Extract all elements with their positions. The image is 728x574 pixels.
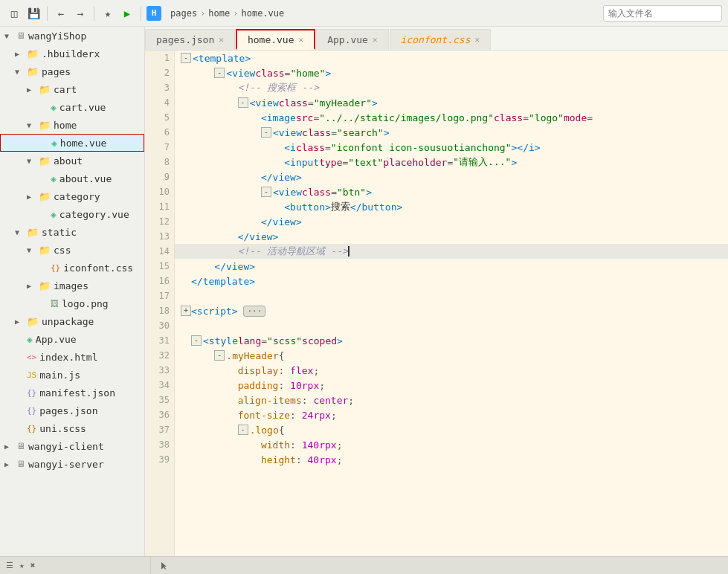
sidebar-item-manifest-json[interactable]: ▶ {} manifest.json (0, 384, 144, 402)
vue-file-icon: ◈ (51, 173, 57, 184)
sidebar-item-main-js[interactable]: ▶ JS main.js (0, 366, 144, 384)
html-file-icon: <> (27, 352, 36, 362)
sidebar-item-label: App.vue (36, 334, 77, 345)
sidebar-item-index-html[interactable]: ▶ <> index.html (0, 348, 144, 366)
sidebar-item-about[interactable]: ▼ 📁 about (0, 152, 144, 170)
line-num-11: 11 (145, 199, 174, 214)
code-line-33: display: flex; (175, 363, 728, 378)
sidebar-item-images[interactable]: ▶ 📁 images (0, 277, 144, 294)
sidebar-item-wangyi-server[interactable]: ▶ 🖥 wangyi-server (0, 455, 144, 473)
sidebar-item-css[interactable]: ▼ 📁 css (0, 241, 144, 259)
toolbar-icon-run[interactable]: ▶ (119, 5, 135, 22)
sidebar-item-label: manifest.json (39, 387, 115, 399)
status-icon-3[interactable]: ✖ (30, 561, 36, 570)
sidebar-item-about-vue[interactable]: ▶ ◈ about.vue (0, 170, 144, 187)
line-num-6: 6 (145, 125, 174, 140)
sidebar-item-unpackage[interactable]: ▶ 📁 unpackage (0, 312, 144, 330)
code-line-13: </view> (175, 229, 728, 244)
sidebar-item-wangYiShop[interactable]: ▼ 🖥 wangYiShop (0, 27, 144, 45)
vue-file-icon: ◈ (51, 209, 57, 220)
sidebar-item-hbuilderx[interactable]: ▶ 📁 .hbuilderx (0, 45, 144, 62)
toolbar-icon-star[interactable]: ★ (100, 5, 116, 22)
sidebar-item-logo-png[interactable]: ▶ 🖼 logo.png (0, 294, 144, 312)
line-num-1: 1 (145, 51, 174, 65)
tab-pages-json[interactable]: pages.json ✕ (145, 29, 235, 50)
fold-button[interactable]: - (261, 187, 271, 197)
chevron-down-icon: ▼ (27, 157, 36, 165)
unfold-button[interactable]: + (181, 306, 191, 316)
status-icon-2[interactable]: ★ (19, 561, 25, 570)
sidebar-item-pages-json[interactable]: ▶ {} pages.json (0, 402, 144, 419)
fold-button[interactable]: - (238, 425, 248, 435)
sidebar-item-label: home (54, 120, 77, 131)
tab-close-icon[interactable]: ✕ (219, 35, 224, 45)
sidebar-item-category[interactable]: ▶ 📁 category (0, 187, 144, 205)
folder-icon: 📁 (39, 280, 51, 291)
fold-button[interactable]: - (214, 350, 225, 361)
sidebar-item-cart-vue[interactable]: ▶ ◈ cart.vue (0, 98, 144, 116)
fold-button[interactable]: - (214, 68, 225, 78)
chevron-right-icon: ▶ (15, 317, 24, 326)
line-num-39: 39 (145, 452, 174, 467)
sidebar-item-cart[interactable]: ▶ 📁 cart (0, 80, 144, 98)
code-content[interactable]: -<template> -<view class="home"> <!-- 搜索… (175, 51, 728, 556)
cursor-icon (160, 561, 169, 570)
sidebar-item-home[interactable]: ▼ 📁 home (0, 116, 144, 134)
tab-app-vue[interactable]: App.vue ✕ (316, 29, 388, 50)
tab-home-vue[interactable]: home.vue ✕ (236, 29, 315, 50)
toolbar-icon-forward[interactable]: → (72, 5, 88, 22)
code-line-3: <!-- 搜索框 --> (175, 80, 728, 95)
toolbar-icon-back[interactable]: ← (53, 5, 69, 22)
line-num-36: 36 (145, 407, 174, 422)
chevron-right-icon: ▶ (27, 86, 36, 94)
fold-button[interactable]: - (191, 335, 202, 346)
sidebar-item-iconfont-css[interactable]: ▶ {} iconfont.css (0, 259, 144, 277)
tab-label: home.vue (248, 34, 294, 45)
code-line-37: -.logo{ (175, 422, 728, 437)
chevron-down-icon: ▼ (27, 121, 36, 129)
tab-close-icon[interactable]: ✕ (299, 35, 304, 45)
sidebar-item-category-vue[interactable]: ▶ ◈ category.vue (0, 205, 144, 223)
tab-close-icon[interactable]: ✕ (475, 35, 480, 45)
toolbar-icon-hbuilder[interactable]: H (146, 6, 161, 21)
line-num-2: 2 (145, 65, 174, 80)
sidebar-item-static[interactable]: ▼ 📁 static (0, 223, 144, 241)
status-icon-1[interactable]: ☰ (6, 561, 13, 570)
code-line-16: </template> (175, 274, 728, 288)
sidebar-item-pages[interactable]: ▼ 📁 pages (0, 62, 144, 80)
line-numbers: 1 2 3 4 5 6 7 8 9 10 11 12 13 14 15 16 1 (145, 51, 175, 556)
line-num-9: 9 (145, 170, 174, 184)
line-num-16: 16 (145, 274, 174, 288)
sidebar-item-label: uni.scss (39, 423, 86, 434)
sidebar-item-uni-scss[interactable]: ▶ {} uni.scss (0, 419, 144, 437)
editor-area[interactable]: 1 2 3 4 5 6 7 8 9 10 11 12 13 14 15 16 1 (145, 51, 728, 556)
code-line-36: font-size: 24rpx; (175, 407, 728, 422)
code-line-5: <image src="../../static/images/logo.png… (175, 110, 728, 125)
vue-file-icon: ◈ (27, 334, 33, 345)
tab-label: pages.json (156, 34, 214, 45)
toolbar-icon-1[interactable]: ◫ (6, 5, 22, 22)
sidebar-item-label: wangyi-client (28, 441, 104, 452)
sidebar-item-label: wangyi-server (28, 459, 104, 470)
sidebar-item-label: iconfont.css (63, 262, 133, 274)
status-bar: ☰ ★ ✖ (0, 556, 728, 574)
sidebar-item-home-vue[interactable]: ▶ ◈ home.vue (0, 134, 144, 152)
line-num-37: 37 (145, 422, 174, 437)
vue-file-icon: ◈ (51, 102, 57, 113)
fold-button[interactable]: - (181, 53, 191, 63)
sidebar-item-app-vue[interactable]: ▶ ◈ App.vue (0, 330, 144, 348)
sidebar-item-wangyi-client[interactable]: ▶ 🖥 wangyi-client (0, 437, 144, 455)
toolbar-icon-save[interactable]: 💾 (25, 5, 42, 22)
chevron-down-icon: ▼ (4, 32, 13, 40)
toolbar-separator-2 (94, 6, 94, 21)
tab-close-icon[interactable]: ✕ (373, 35, 378, 45)
folder-icon: 📁 (39, 191, 51, 202)
fold-button[interactable]: - (238, 97, 248, 108)
file-search-input[interactable] (603, 5, 722, 22)
tab-iconfont-css[interactable]: iconfont.css ✕ (390, 29, 492, 50)
chevron-right-icon: ▶ (4, 460, 13, 468)
sidebar-item-label: css (54, 245, 71, 256)
code-line-9: </view> (175, 170, 728, 184)
code-line-39: height: 40rpx; (175, 452, 728, 467)
fold-button[interactable]: - (261, 127, 271, 138)
